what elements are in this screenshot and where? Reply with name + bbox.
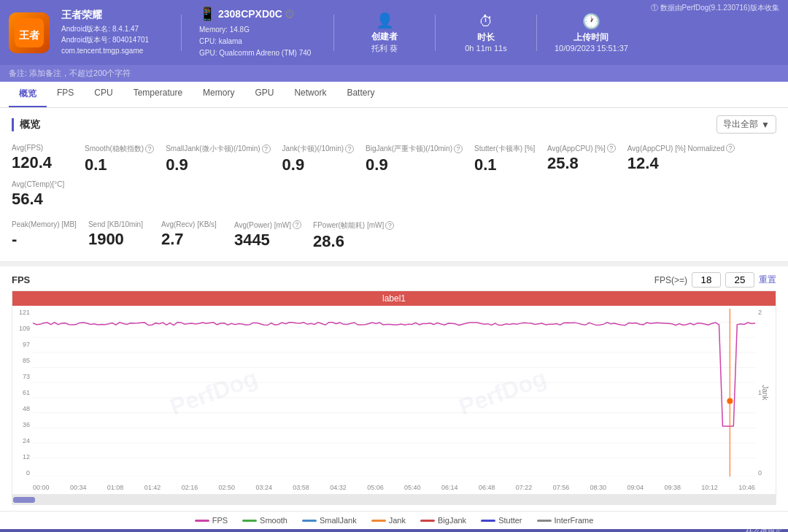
x-label-16: 09:04 — [627, 484, 644, 491]
y-label-5: 61 — [23, 389, 30, 396]
y-label-4: 73 — [23, 373, 30, 380]
stat-label-r2-1: Send [KB/10min] — [88, 220, 150, 228]
creator-block: 👤 创建者 托利 葵 — [352, 12, 417, 54]
stat-label-3: Jank(卡顿)(/10min) ? — [282, 144, 354, 154]
stat-item-1: Smooth(稳帧指数) ? 0.1 — [85, 141, 166, 177]
divider-4 — [536, 15, 537, 51]
x-label-7: 03:58 — [293, 484, 309, 491]
phone-icon: 📱 — [199, 6, 215, 22]
overview-section: 概览 导出全部 ▼ Avg(FPS) 120.4 Smooth(稳帧指数) ? … — [0, 108, 788, 262]
app-icon: 王者 — [9, 12, 50, 53]
x-label-2: 01:08 — [107, 484, 124, 491]
upload-icon: 🕐 — [582, 12, 600, 30]
legend-label-5: Stutter — [498, 516, 522, 525]
scroll-thumb[interactable] — [13, 497, 35, 503]
stat-item-3: Jank(卡顿)(/10min) ? 0.9 — [282, 141, 366, 177]
tab-gpu[interactable]: GPU — [244, 82, 284, 107]
data-note: ① 数据由PerfDog(9.1.230716)版本收集 — [651, 3, 779, 13]
chart-legend: FPSSmoothSmallJankJankBigJankStutterInte… — [0, 511, 788, 529]
memo-bar: 备注: 添加备注，不超过200个字符 — [0, 65, 788, 82]
legend-item-0: FPS — [195, 516, 228, 525]
stat-value-7: 12.4 — [627, 154, 735, 173]
x-label-15: 08:30 — [590, 484, 607, 491]
reset-button[interactable]: 重置 — [759, 274, 776, 286]
app-package: com.tencent.tmgp.sgame — [61, 45, 163, 56]
tab-memory[interactable]: Memory — [193, 82, 244, 107]
stat-item-2: SmallJank(微小卡顿)(/10min) ? 0.9 — [166, 141, 282, 177]
fps-gte-label: FPS(>=) — [654, 275, 687, 285]
stat-item-6: Avg(AppCPU) [%] ? 25.8 — [547, 141, 627, 177]
tab-fps[interactable]: FPS — [47, 82, 84, 107]
x-label-8: 04:32 — [330, 484, 347, 491]
fps-input1[interactable] — [692, 272, 721, 288]
stat-label-1: Smooth(稳帧指数) ? — [85, 144, 154, 154]
stat-value-6: 25.8 — [547, 154, 616, 173]
legend-item-5: Stutter — [481, 516, 522, 525]
tab-battery[interactable]: Battery — [336, 82, 385, 107]
stat-value-r2-2: 2.7 — [161, 230, 223, 249]
upload-label: 上传时间 — [573, 31, 609, 44]
legend-dot-1 — [242, 520, 257, 522]
q-icon-${i}[interactable]: ? — [262, 144, 271, 153]
y-label-3: 85 — [23, 357, 30, 364]
export-button[interactable]: 导出全部 ▼ — [716, 115, 776, 134]
creator-value: 托利 葵 — [371, 43, 398, 54]
q-icon-${i}[interactable]: ? — [145, 144, 154, 153]
stat-label-4: BigJank(严重卡顿)(/10min) ? — [366, 144, 463, 154]
device-gpu: GPU: Qualcomm Adreno (TM) 740 — [199, 47, 316, 59]
device-cpu: CPU: kalama — [199, 36, 316, 47]
fps-input2[interactable] — [725, 272, 754, 288]
scroll-bar[interactable] — [12, 495, 776, 505]
y-label-0: 121 — [19, 309, 30, 316]
stat-value-3: 0.9 — [282, 155, 354, 174]
duration-icon: ⏱ — [479, 13, 493, 30]
nav-tabs: 概览 FPS CPU Temperature Memory GPU Networ… — [0, 82, 788, 108]
stat-item-0: Avg(FPS) 120.4 — [12, 141, 85, 177]
y-label-9: 12 — [23, 453, 30, 460]
tab-network[interactable]: Network — [284, 82, 336, 107]
export-chevron-icon: ▼ — [761, 120, 770, 130]
divider-2 — [333, 15, 334, 51]
stat-item-r2-3: Avg(Power) [mW] ? 3445 — [234, 217, 313, 254]
tab-temperature[interactable]: Temperature — [123, 82, 193, 107]
q-icon-${i}[interactable]: ? — [454, 144, 463, 153]
stat-label-8: Avg(CTemp)[°C] — [12, 180, 73, 188]
device-info: 📱 2308CPXD0C ⓘ Memory: 14.8G CPU: kalama… — [199, 6, 316, 59]
legend-label-2: SmallJank — [320, 516, 357, 525]
q-icon-${i}[interactable]: ? — [345, 144, 354, 153]
upload-block: 🕐 上传时间 10/09/2023 15:51:37 — [555, 12, 628, 53]
tab-overview[interactable]: 概览 — [9, 82, 47, 107]
duration-label: 时长 — [477, 31, 495, 44]
duration-block: ⏱ 时长 0h 11m 11s — [453, 13, 519, 53]
stat-item-r2-1: Send [KB/10min] 1900 — [88, 217, 161, 254]
device-id: 📱 2308CPXD0C ⓘ — [199, 6, 316, 22]
x-label-1: 00:34 — [70, 484, 87, 491]
y-right-label-2: 0 — [758, 469, 762, 477]
x-label-13: 07:22 — [516, 484, 533, 491]
svg-text:王者: 王者 — [19, 29, 40, 41]
legend-label-3: Jank — [389, 516, 406, 525]
stat-value-2: 0.9 — [166, 155, 270, 174]
stat-label-r2-0: Peak(Memory) [MB] — [12, 220, 77, 228]
stat-value-r2-0: - — [12, 230, 77, 249]
q-icon-r2-${i}[interactable]: ? — [293, 220, 301, 229]
chart-label-bar: label1 — [12, 291, 776, 306]
app-icon-image: 王者 — [9, 12, 50, 53]
q-icon-${i}[interactable]: ? — [726, 144, 735, 153]
stat-item-7: Avg(AppCPU) [%] Normalized ? 12.4 — [627, 141, 746, 177]
q-icon-r2-${i}[interactable]: ? — [385, 221, 394, 230]
export-label: 导出全部 — [723, 118, 758, 131]
app-android2: Android版本号: 804014701 — [61, 34, 163, 45]
legend-dot-5 — [481, 520, 495, 522]
legend-label-1: Smooth — [260, 516, 287, 525]
creator-icon: 👤 — [376, 12, 394, 29]
chart-x-axis: 00:0000:3401:0801:4202:1602:5003:2403:58… — [33, 484, 755, 491]
stat-item-5: Stutter(卡顿率) [%] 0.1 — [474, 141, 547, 177]
y-label-7: 36 — [23, 421, 30, 428]
device-info-icon[interactable]: ⓘ — [285, 9, 294, 18]
tab-cpu[interactable]: CPU — [84, 82, 123, 107]
svg-point-14 — [727, 398, 733, 404]
x-label-4: 02:16 — [182, 484, 198, 491]
legend-dot-0 — [195, 520, 209, 522]
q-icon-${i}[interactable]: ? — [607, 144, 616, 153]
